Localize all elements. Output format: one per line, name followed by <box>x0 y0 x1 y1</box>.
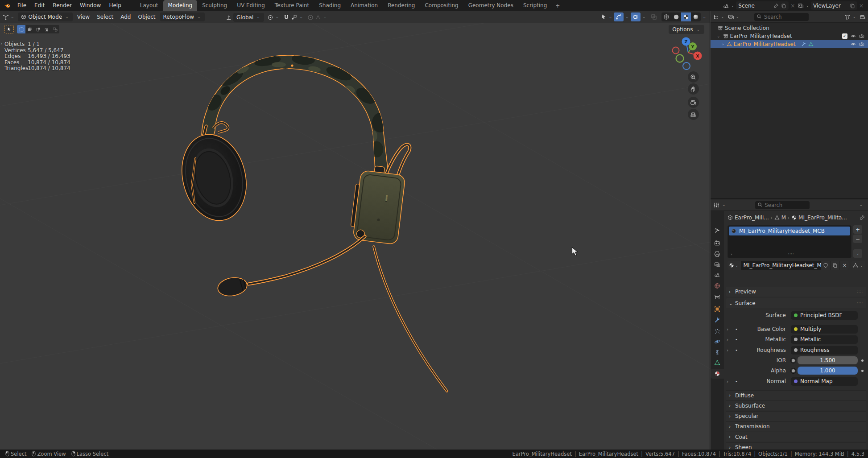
expand-icon[interactable]: › <box>727 337 733 342</box>
snap-toggle-icon[interactable] <box>283 14 289 21</box>
workspace-tab-animation[interactable]: Animation <box>346 0 383 11</box>
properties-tab-material[interactable] <box>711 369 724 379</box>
select-mode-intersect[interactable] <box>51 25 59 33</box>
browse-material-button[interactable]: ⌄ <box>727 261 741 270</box>
axis-neg-y[interactable] <box>676 55 684 62</box>
properties-tab-physics[interactable] <box>711 337 724 347</box>
properties-tab-particles[interactable] <box>711 326 724 336</box>
hide-eye-icon[interactable] <box>851 33 856 39</box>
delete-viewlayer-button[interactable]: × <box>858 3 864 9</box>
node-tree-toggle[interactable]: ⌄ <box>851 261 865 270</box>
panel-subsurface[interactable]: ›Subsurface <box>726 400 866 410</box>
breadcrumb-object[interactable]: EarPro_Mili... <box>735 215 769 221</box>
mode-dropdown[interactable]: Object Mode ⌄ <box>18 12 73 21</box>
material-slot-list[interactable]: MI_EarPro_MilitaryHeadset_MCB › ∷∷ <box>727 225 851 258</box>
hide-eye-icon[interactable] <box>851 41 856 47</box>
properties-editor-type-button[interactable] <box>713 202 719 208</box>
shading-wireframe-button[interactable] <box>661 12 671 21</box>
show-gizmo-toggle[interactable] <box>614 12 624 21</box>
panel-preview[interactable]: › Preview ∷∷ <box>726 287 866 297</box>
shading-rendered-button[interactable] <box>691 12 701 21</box>
proportional-edit-icon[interactable] <box>307 14 314 21</box>
viewport-menu-select[interactable]: Select <box>93 11 117 23</box>
camera-view-button[interactable] <box>688 97 699 108</box>
properties-tab-constraints[interactable] <box>711 347 724 357</box>
select-mode-subtract[interactable] <box>34 25 42 33</box>
editor-type-button[interactable] <box>3 14 9 20</box>
render-visibility-icon[interactable] <box>859 41 864 47</box>
expand-icon[interactable]: › <box>727 348 733 353</box>
object-visibility-icon[interactable] <box>601 14 607 20</box>
fake-user-button[interactable] <box>821 261 830 270</box>
property-value-field[interactable]: Principled BSDF <box>791 311 858 320</box>
workspace-tab-shading[interactable]: Shading <box>314 0 346 11</box>
material-name-field[interactable]: MI_EarPro_MilitaryHeadset_MCB <box>741 261 821 270</box>
collection-row[interactable]: ⌄ EarPro_MilitaryHeadset ✓ <box>711 32 868 40</box>
pivot-point-icon[interactable] <box>267 14 273 21</box>
breadcrumb-material[interactable]: MI_EarPro_Milita... <box>798 215 847 221</box>
axis-neg-x[interactable] <box>673 47 679 54</box>
animate-dot-icon[interactable]: • <box>733 379 740 384</box>
viewport-3d[interactable]: ▪▪▪ ⌄ Object Mode ⌄ <box>0 11 710 450</box>
menu-window[interactable]: Window <box>76 0 105 11</box>
outliner-editor-type-button[interactable] <box>713 14 719 20</box>
animate-dot-icon[interactable]: • <box>733 337 740 342</box>
delete-scene-button[interactable]: × <box>789 3 796 9</box>
properties-search-input[interactable] <box>755 201 810 209</box>
menu-render[interactable]: Render <box>49 0 76 11</box>
retopoflow-menu[interactable]: RetopoFlow ⌄ <box>160 12 205 21</box>
options-button[interactable]: Options ⌄ <box>669 25 704 34</box>
render-visibility-icon[interactable] <box>859 33 864 39</box>
mesh-data-badge-icon[interactable] <box>808 41 814 47</box>
pan-button[interactable] <box>688 83 699 95</box>
properties-tab-tool[interactable] <box>711 225 724 235</box>
new-material-button[interactable] <box>830 261 839 270</box>
workspace-tab-uv-editing[interactable]: UV Editing <box>232 0 270 11</box>
expand-icon[interactable]: › <box>727 379 733 384</box>
properties-tab-world[interactable] <box>711 281 724 291</box>
outliner-search-input[interactable] <box>754 13 809 21</box>
properties-tab-collection[interactable] <box>711 292 724 302</box>
object-row-selected[interactable]: › EarPro_MilitaryHeadset <box>711 40 868 48</box>
proportional-falloff-icon[interactable] <box>315 14 321 21</box>
properties-tab-scene[interactable] <box>711 270 724 280</box>
panel-transmission[interactable]: ›Transmission <box>726 421 866 431</box>
active-tool-button[interactable] <box>4 25 14 33</box>
workspace-tab-modeling[interactable]: Modeling <box>163 0 198 11</box>
properties-tab-render[interactable] <box>711 238 724 248</box>
menu-file[interactable]: File <box>13 0 30 11</box>
panel-surface[interactable]: ⌄ Surface ∷∷ <box>726 298 866 308</box>
modifier-badge-icon[interactable] <box>801 41 806 47</box>
properties-tab-object[interactable] <box>711 304 724 314</box>
xray-toggle[interactable] <box>649 12 659 21</box>
pin-icon[interactable] <box>773 3 779 8</box>
select-mode-invert[interactable] <box>42 25 51 33</box>
viewlayer-selector[interactable]: ⌄ ViewLayer × <box>798 1 864 10</box>
menu-help[interactable]: Help <box>105 0 125 11</box>
select-mode-new[interactable] <box>17 25 25 33</box>
animate-dot-icon[interactable]: • <box>733 348 740 353</box>
breadcrumb-mesh[interactable]: M <box>781 215 786 221</box>
viewlayer-name[interactable]: ViewLayer <box>813 3 847 9</box>
viewport-menu-object[interactable]: Object <box>134 11 159 23</box>
slot-filter-arrow[interactable]: › <box>730 252 733 256</box>
scene-name[interactable]: Scene <box>738 3 771 9</box>
workspace-tab-scripting[interactable]: Scripting <box>518 0 552 11</box>
property-value-field[interactable]: Metallic <box>791 335 858 344</box>
properties-tab-view-layer[interactable] <box>711 260 724 269</box>
toolbar-expand-arrow[interactable]: › <box>0 41 2 46</box>
panel-coat[interactable]: ›Coat <box>726 432 866 441</box>
zoom-button[interactable] <box>688 71 699 83</box>
workspace-tab-compositing[interactable]: Compositing <box>420 0 463 11</box>
panel-diffuse[interactable]: ›Diffuse <box>726 390 866 400</box>
expand-icon[interactable]: › <box>727 327 733 332</box>
animate-dot-icon[interactable]: • <box>733 327 740 332</box>
new-collection-button[interactable] <box>860 14 866 20</box>
shading-solid-button[interactable] <box>671 12 681 21</box>
outliner-filter-icon[interactable] <box>844 14 851 20</box>
properties-tab-modifiers[interactable] <box>711 315 724 325</box>
decorator-dot-icon[interactable] <box>861 359 864 362</box>
navigation-gizmo[interactable]: Z Y X <box>672 37 707 75</box>
add-slot-button[interactable]: + <box>853 225 862 234</box>
remove-slot-button[interactable]: − <box>853 235 862 243</box>
